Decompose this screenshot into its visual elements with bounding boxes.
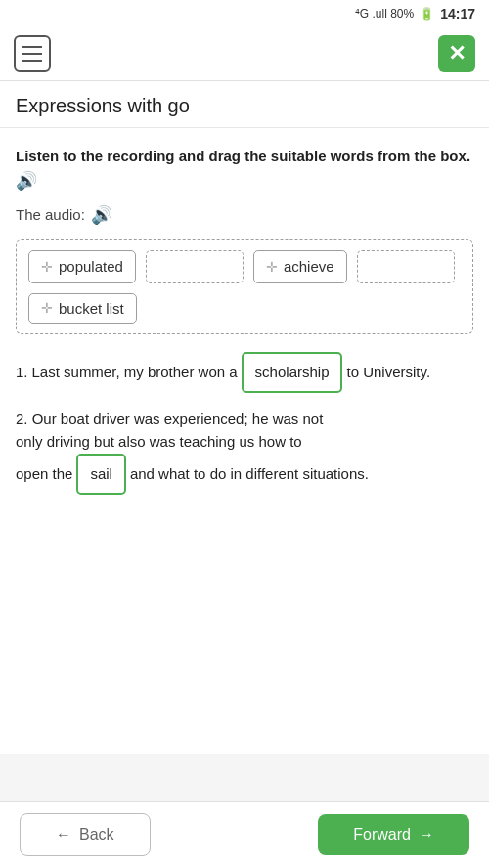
- hamburger-line: [22, 53, 42, 55]
- sentence-2-inline: open the sail and what to do in differen…: [16, 454, 473, 495]
- bottom-nav: ← Back Forward →: [0, 801, 489, 868]
- instruction-label: Listen to the recording and drag the sui…: [16, 148, 470, 164]
- page-title: Expressions with go: [0, 81, 489, 128]
- battery-icon: 🔋: [420, 7, 434, 21]
- back-button[interactable]: ← Back: [20, 813, 151, 856]
- drag-handle-icon: ✛: [266, 259, 278, 275]
- audio-play-icon[interactable]: 🔊: [91, 204, 112, 226]
- sentence-1-filled-slot[interactable]: scholarship: [242, 352, 343, 393]
- drag-item-label: achieve: [284, 258, 334, 275]
- audio-row: The audio: 🔊: [16, 204, 473, 226]
- sentence-1-number: 1.: [16, 358, 28, 387]
- time-display: 14:17: [440, 6, 475, 22]
- back-label: Back: [79, 826, 114, 844]
- close-button[interactable]: ✕: [438, 35, 475, 72]
- drag-item-bucket-list[interactable]: ✛ bucket list: [28, 293, 137, 324]
- top-nav: ✕: [0, 27, 489, 81]
- drag-item-achieve[interactable]: ✛ achieve: [253, 250, 347, 283]
- sentence-2-before: open the: [16, 459, 72, 489]
- forward-arrow-icon: →: [419, 826, 434, 844]
- instruction-text: Listen to the recording and drag the sui…: [16, 146, 473, 195]
- sentence-1-text: 1. Last summer, my brother won a scholar…: [16, 352, 473, 393]
- sentence-2-block: 2. Our boat driver was experienced; he w…: [16, 411, 473, 495]
- drag-handle-icon: ✛: [41, 300, 53, 316]
- sentence-2-line1: Our boat driver was experienced; he was …: [32, 411, 324, 427]
- close-icon: ✕: [448, 41, 466, 66]
- drop-slot-2[interactable]: [357, 250, 455, 283]
- drag-item-label: populated: [59, 258, 123, 275]
- main-content: Listen to the recording and drag the sui…: [0, 128, 489, 754]
- drag-item-label: bucket list: [59, 300, 124, 317]
- sentence-2-after: and what to do in different situations.: [130, 459, 369, 489]
- sentence-1-before: Last summer, my brother won a: [32, 358, 238, 387]
- status-bar: ⁴G .ull 80% 🔋 14:17: [0, 0, 489, 27]
- forward-button[interactable]: Forward →: [318, 814, 469, 855]
- instruction-audio-icon[interactable]: 🔊: [16, 171, 37, 191]
- drag-handle-icon: ✛: [41, 259, 53, 275]
- sentence-1-after: to University.: [346, 358, 430, 387]
- drag-word-box: ✛ populated ✛ achieve ✛ bucket list: [16, 239, 473, 334]
- hamburger-line: [22, 60, 42, 62]
- sentence-2-num-label: 2.: [16, 411, 28, 427]
- sentence-2-line2: only driving but also was teaching us ho…: [16, 433, 473, 450]
- sentence-2-filled-slot[interactable]: sail: [76, 454, 126, 495]
- hamburger-line: [22, 46, 42, 48]
- sentence-1-block: 1. Last summer, my brother won a scholar…: [16, 352, 473, 393]
- drop-slot-1[interactable]: [146, 250, 244, 283]
- signal-icon: ⁴G .ull 80%: [355, 7, 414, 21]
- sentence-2-number: 2. Our boat driver was experienced; he w…: [16, 411, 473, 427]
- drag-item-populated[interactable]: ✛ populated: [28, 250, 136, 283]
- back-arrow-icon: ←: [56, 826, 71, 844]
- audio-label: The audio:: [16, 206, 85, 223]
- menu-button[interactable]: [14, 35, 51, 72]
- forward-label: Forward: [353, 826, 411, 844]
